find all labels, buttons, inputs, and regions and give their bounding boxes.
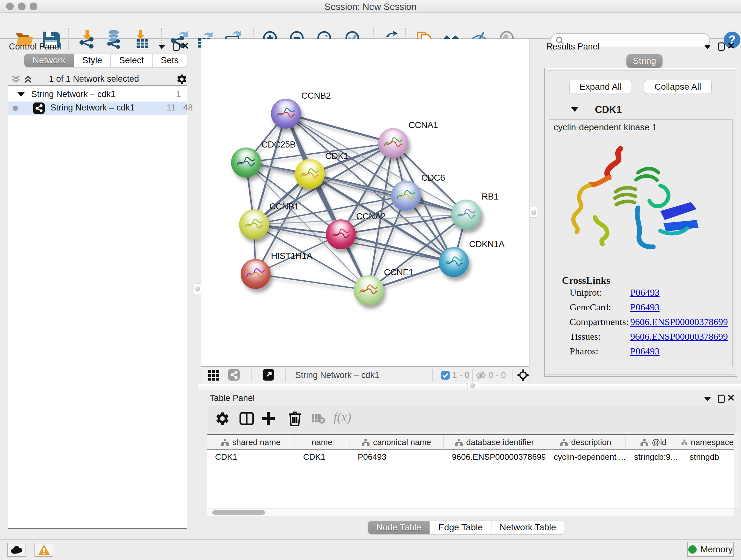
column-header--id[interactable]: @id [626,435,681,449]
table-tabs: Node Table Edge Table Network Table [368,521,564,534]
birds-eye-view-icon[interactable] [516,368,530,382]
network-node-CCNB2[interactable] [271,99,301,129]
table-options-gear-icon[interactable] [215,411,230,426]
column-header-shared-name[interactable]: shared name [207,435,295,449]
table-panel-close-icon[interactable]: ✕ [727,394,735,402]
crosslink-row: Pharos:P06493 [569,346,729,361]
results-panel-title: Results Panel [546,42,600,52]
crosslinks-title: CrossLinks [562,275,610,287]
import-network-icon[interactable] [77,30,98,49]
table-vertical-scrollbar[interactable] [734,434,739,508]
expand-collapse-row: Expand All Collapse All [547,71,735,100]
table-cell[interactable]: stringdb:9... [626,450,681,464]
crosslink-link[interactable]: P06493 [630,346,660,357]
column-header-database-identifier[interactable]: database identifier [444,435,545,449]
network-node-HIST1H1A[interactable] [241,259,271,289]
crosslink-label: Tissues: [569,331,601,342]
tab-sets[interactable]: Sets [152,54,187,67]
table-panel-float-icon[interactable] [718,395,725,403]
protein-ribbon-thumbnail [235,154,257,171]
control-panel-collapse-icon[interactable] [158,45,165,49]
gene-list-scroll-area[interactable]: CDK1 cyclin-dependent kinase 1 [547,100,735,374]
gene-collapse-icon[interactable] [571,107,578,112]
crosslink-row: Uniprot:P06493 [569,287,729,302]
tab-network[interactable]: Network [24,54,74,67]
results-panel-close-icon[interactable]: ✕ [727,42,735,50]
crosslink-link[interactable]: 9606.ENSP00000378699 [630,331,728,342]
expand-all-button[interactable]: Expand All [569,80,632,94]
tab-string[interactable]: String [626,54,663,68]
column-header-name[interactable]: name [295,435,349,449]
import-table-icon[interactable] [132,30,152,49]
horizontal-splitter-handle[interactable] [467,382,478,389]
crosslink-label: GeneCard: [569,302,611,313]
results-panel-collapse-icon[interactable] [704,45,711,49]
crosslink-link[interactable]: P06493 [630,302,660,313]
left-splitter-handle[interactable] [194,284,201,294]
network-edge[interactable] [256,274,368,290]
crosslink-link[interactable]: P06493 [630,287,660,298]
warnings-button[interactable] [35,543,53,557]
collapse-all-button[interactable]: Collapse All [644,80,712,94]
grid-mode-icon[interactable] [208,370,219,381]
tab-node-table[interactable]: Node Table [368,521,430,534]
network-view-canvas[interactable]: CCNB2CCNA1CDC25BCDK1CDC6RB1CCNB1CCNA2CDK… [201,39,529,367]
tab-network-table[interactable]: Network Table [491,521,564,534]
table-cell[interactable]: cyclin-dependent ... [545,450,626,464]
column-header-canonical-name[interactable]: canonical name [349,435,444,449]
add-column-icon[interactable] [261,411,276,426]
column-header-description[interactable]: description [545,435,626,449]
table-row[interactable]: CDK1CDK1P064939606.ENSP00000378699cyclin… [207,450,734,464]
detach-view-icon[interactable] [263,369,274,381]
table-cell[interactable]: stringdb [681,450,734,464]
network-view-mode-icon[interactable] [228,369,240,381]
table-cell[interactable]: CDK1 [207,450,295,464]
table-horizontal-scrollbar[interactable] [207,509,734,516]
network-node-CCNE1[interactable] [354,275,384,305]
control-panel-close-icon[interactable]: ✕ [181,42,189,50]
tab-edge-table[interactable]: Edge Table [430,521,491,534]
tab-select[interactable]: Select [111,54,152,67]
network-node-CCNA2[interactable] [326,219,356,249]
network-node-CCNB1[interactable] [239,209,269,240]
network-node-CDKN1A[interactable] [439,247,469,277]
table-cell[interactable]: CDK1 [295,450,349,464]
gene-section-header[interactable]: CDK1 [547,100,735,119]
selected-checkbox-icon[interactable] [441,371,450,380]
protein-ribbon-thumbnail [330,226,351,242]
tree-expand-icon[interactable] [17,92,25,97]
network-collection-row[interactable]: String Network – cdk1 1 [8,88,187,102]
cloud-button[interactable] [7,543,26,557]
crosslink-link[interactable]: 9606.ENSP00000378699 [630,316,728,327]
show-columns-icon[interactable] [239,411,254,426]
node-table[interactable]: shared namenamecanonical namedatabase id… [207,434,734,508]
collection-count: 1 [176,89,181,99]
import-database-icon[interactable] [104,30,125,49]
network-node-CDC6[interactable] [391,181,421,211]
table-cell[interactable]: P06493 [349,450,444,464]
results-panel-float-icon[interactable] [718,43,725,51]
network-node-CDK1[interactable] [295,159,325,189]
network-options-gear-icon[interactable] [176,73,188,85]
network-node-CCNA1[interactable] [378,128,408,158]
scrollbar-thumb[interactable] [212,510,265,515]
control-panel-float-icon[interactable] [173,43,180,51]
network-node-label: CCNB2 [301,91,331,101]
network-tree: String Network – cdk1 1 String Network –… [8,85,187,529]
control-panel-tabs: Network Style Select Sets [24,54,187,67]
network-node-label: CDC25B [261,139,295,150]
column-header-namespace[interactable]: namespace [681,435,734,449]
network-node-RB1[interactable] [451,199,481,230]
network-node-CDC25B[interactable] [231,147,261,178]
table-cell[interactable]: 9606.ENSP00000378699 [444,450,545,464]
network-node-label: HIST1H1A [271,251,313,261]
memory-button[interactable]: Memory [687,542,734,557]
network-row-selected[interactable]: String Network – cdk1 11 48 [8,102,187,115]
delete-column-icon[interactable] [287,410,302,427]
table-panel-collapse-icon[interactable] [704,397,711,401]
column-network-icon [455,438,463,446]
right-splitter-handle[interactable] [530,207,537,218]
tab-style[interactable]: Style [74,54,111,67]
results-panel-tabs: String [626,54,663,68]
network-view-title: String Network – cdk1 [295,370,380,380]
